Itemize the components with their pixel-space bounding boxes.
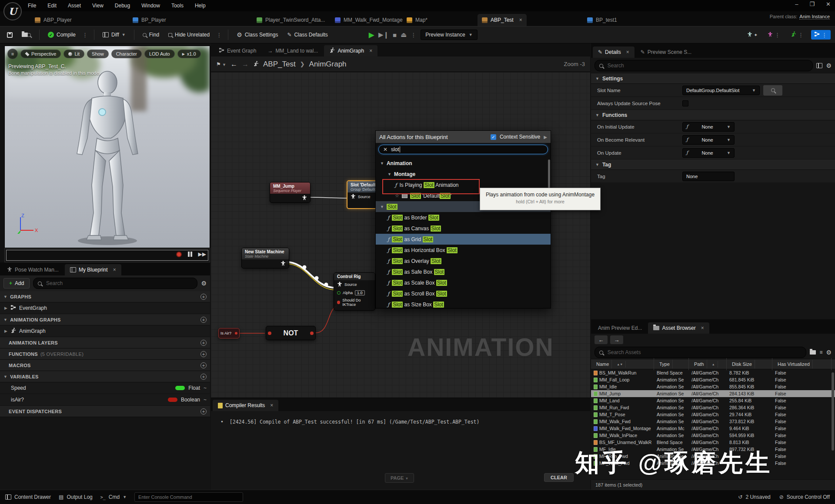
menu-tools[interactable]: Tools [171,3,184,9]
asset-tab-bp-test1[interactable]: BP_test1 [583,14,621,26]
add-macros-icon[interactable]: + [200,362,207,368]
expander-icon[interactable]: ▶ [4,329,7,333]
node-is-air[interactable]: Is Air? [218,328,240,338]
parent-class-value[interactable]: Anim Instance [799,14,830,20]
compile-options-icon[interactable]: ⋮ [82,32,88,38]
section-functions[interactable]: FUNCTIONS(5 OVERRIDABLE)+ [0,348,210,360]
asset-scrollbar[interactable] [832,372,834,451]
section-animation-layers[interactable]: ANIMATION LAYERS+ [0,337,210,348]
graph-tab-mm-land-to-wal[interactable]: →MM_Land to wal... [262,45,323,56]
viewport-pill-lod-auto[interactable]: LOD Auto [144,50,175,58]
minimize-button[interactable]: – [795,1,798,7]
browse-button[interactable] [19,31,33,39]
close-tab-icon[interactable]: × [113,267,116,273]
tab-asset-browser[interactable]: Asset Browser× [648,322,709,334]
node-mm-jump[interactable]: MM_Jump Sequence Player [270,182,311,203]
asset-tab-map[interactable]: Map* [402,14,432,26]
action-slot-as-grid-slot[interactable]: ƒSlot as Grid Slot [376,234,551,245]
close-tab-icon[interactable]: × [626,49,629,55]
asset-row-mm-idle[interactable]: MM_IdleAnimation Se/All/Game/Ch855.845 K… [591,383,835,390]
menu-view[interactable]: View [92,3,104,9]
tab-anim-preview-editor[interactable]: Anim Preview Ed... [593,322,647,334]
tab-preview-scene-settings[interactable]: ✎Preview Scene S... [635,46,697,58]
asset-row-mm-run-fwd[interactable]: MM_Run_FwdAnimation Se/All/Game/Ch286.36… [591,404,835,411]
always-update-checkbox[interactable] [682,100,688,106]
variable-speed[interactable]: SpeedFloat~ [0,382,210,394]
watch-icon[interactable]: ~ [204,385,207,391]
pause-button[interactable] [188,252,192,257]
hide-unrelated-button[interactable]: Hide Unrelated [166,30,212,40]
section-variables[interactable]: ▼VARIABLES+ [0,371,210,382]
action-slot-as-safe-box-slot[interactable]: ƒSlot as Safe Box Slot [376,266,551,277]
pose-pin-icon[interactable] [302,195,307,201]
collapse-arrow-icon[interactable]: ▼ [380,205,384,209]
action-slot-as-scroll-box-slot[interactable]: ƒSlot as Scroll Box Slot [376,288,551,299]
my-blueprint-settings-icon[interactable]: ⚙ [201,280,207,287]
cmd-dropdown[interactable]: >_Cmd▼ [100,494,127,500]
section-event-dispatchers[interactable]: EVENT DISPATCHERS+ [0,406,210,417]
class-defaults-button[interactable]: ✎Class Defaults [284,30,330,40]
menu-window[interactable]: Window [141,3,160,9]
column-header-path[interactable]: Path▲ [689,358,727,370]
folder-filter-icon[interactable] [810,350,816,355]
frame-skip-button[interactable]: ▶❙ [378,31,389,39]
pose-pin-icon[interactable] [351,194,356,200]
section-settings[interactable]: ▼Settings [591,73,835,84]
action-slot-as-scale-box-slot[interactable]: ƒSlot as Scale Box Slot [376,277,551,288]
section-animation-graphs[interactable]: ▼ANIMATION GRAPHS+ [0,314,210,325]
preview-viewport[interactable]: ≡ PerspectiveLitShowCharacterLOD Auto▶x1… [4,46,210,248]
close-button[interactable]: ✕ [826,1,831,7]
add-variables-icon[interactable]: + [200,374,207,380]
close-tab-icon[interactable]: × [519,17,522,23]
collapse-arrow-icon[interactable]: ▼ [387,172,391,176]
on-initial-update-select[interactable]: ƒNone▼ [682,122,735,132]
menu-file[interactable]: File [28,3,36,9]
clear-button[interactable]: CLEAR [544,473,574,482]
asset-search-input[interactable] [607,349,802,356]
record-button[interactable] [176,252,182,257]
action-animation[interactable]: ▼Animation [376,158,551,169]
asset-row-bs-mm-walkrun[interactable]: BS_MM_WalkRunBlend Space/All/Game/Ch8.78… [591,369,835,376]
alpha-value-field[interactable]: 1.0 [355,290,365,295]
menu-edit[interactable]: Edit [47,3,57,9]
add-graphs-icon[interactable]: + [200,294,207,300]
section-macros[interactable]: MACROS+ [0,360,210,371]
add-button[interactable]: +Add [3,278,30,288]
viewport-pill-x1-0[interactable]: ▶x1.0 [177,50,201,58]
section-tag[interactable]: ▼Tag [591,159,835,170]
section-graphs[interactable]: ▼GRAPHS+ [0,291,210,302]
pose-pin-icon[interactable] [281,261,286,267]
graph-mode-button[interactable]: ⋮ [811,30,831,40]
node-not[interactable]: NOT [266,326,316,340]
tab-pose-watch-manager[interactable]: Pose Watch Man... [2,264,64,275]
asset-tab-mm-walk-fwd-montage[interactable]: MM_Walk_Fwd_Montage [331,14,407,26]
play-options-icon[interactable]: ⋮ [411,32,417,38]
alpha-pin-icon[interactable] [337,291,341,295]
on-become-relevant-select[interactable]: ƒNone▼ [682,135,735,145]
tab-my-blueprint[interactable]: My Blueprint× [65,264,121,275]
add-animation-layers-icon[interactable]: + [200,340,207,346]
bool-pin-icon[interactable] [310,332,314,335]
console-command-input[interactable] [134,492,243,502]
my-blueprint-search-input[interactable] [45,280,193,287]
breadcrumb-root[interactable]: ABP_Test [263,60,296,69]
node-control-rig[interactable]: Control Rig Source Alpha1.0 Should Do IK… [334,272,375,311]
bool-pin-icon[interactable] [235,332,237,335]
variable-isair[interactable]: isAir?Boolean~ [0,394,210,406]
asset-tab-player-twinsword-atta[interactable]: Player_TwinSword_Atta... [252,14,329,26]
chevron-right-icon[interactable]: ▶ [544,135,547,139]
details-search[interactable] [595,60,813,71]
slot-name-select[interactable]: DefaultGroup.DefaultSlot▼ [682,86,760,95]
tag-field[interactable]: None [682,172,735,181]
tab-details[interactable]: ✎Details× [593,46,635,58]
asset-tab-abp-player[interactable]: ABP_Player [30,14,76,26]
output-log-button[interactable]: ▤Output Log [59,494,93,500]
action-slot-as-size-box-slot[interactable]: ƒSlot as Size Box Slot [376,299,551,308]
iktrace-pin-icon[interactable] [337,301,340,304]
graph-item-eventgraph[interactable]: ▶EventGraph [0,302,210,314]
column-header-name[interactable]: Name▲▼ [591,358,654,370]
action-slot-as-border-slot[interactable]: ƒSlot as Border Slot [376,212,551,223]
viewport-menu-icon[interactable]: ≡ [7,49,18,59]
page-button[interactable]: PAGE ▼ [385,473,414,483]
find-button[interactable]: Find [140,30,162,40]
